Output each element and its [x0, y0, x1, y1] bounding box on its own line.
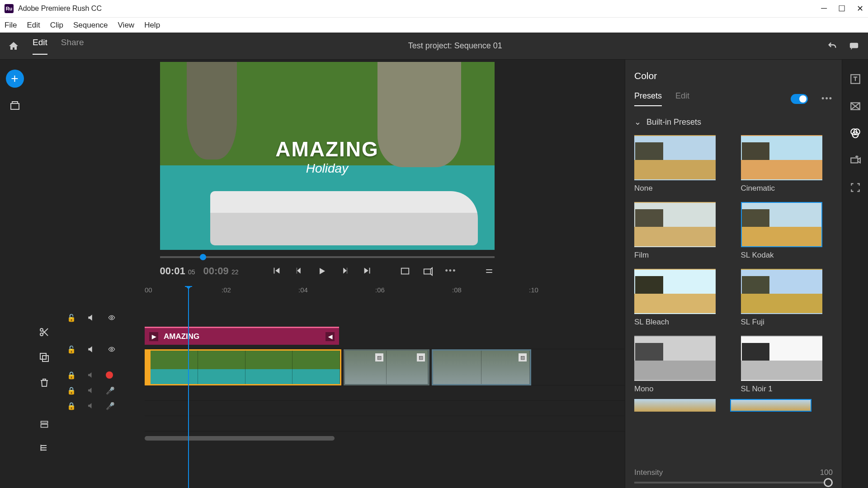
- window-minimize-button[interactable]: ─: [821, 4, 827, 14]
- mute-icon[interactable]: [87, 345, 96, 354]
- timeline-options-icon[interactable]: [484, 267, 495, 275]
- step-back-button[interactable]: [294, 266, 304, 277]
- mic-icon[interactable]: 🎤: [106, 386, 115, 395]
- preset-mono[interactable]: Mono: [634, 336, 726, 394]
- track-v1[interactable]: ▨▨ ▨: [145, 349, 625, 385]
- track-a3[interactable]: [145, 416, 625, 432]
- timeline-tracks[interactable]: 00 :02 :04 :06 :08 :10 ▶ AMAZING ◀: [145, 286, 625, 488]
- time-ruler[interactable]: 00 :02 :04 :06 :08 :10: [145, 286, 625, 304]
- track-header-v2: 🔓: [59, 304, 145, 331]
- track-controls-icon[interactable]: [39, 443, 50, 452]
- undo-icon[interactable]: [826, 41, 838, 51]
- go-to-start-button[interactable]: [271, 266, 281, 277]
- preset-label: SL Bleach: [634, 318, 726, 327]
- app-title: Adobe Premiere Rush CC: [18, 5, 102, 13]
- svg-rect-14: [41, 424, 47, 427]
- window-maximize-button[interactable]: ☐: [838, 4, 845, 14]
- preset-none[interactable]: None: [634, 135, 726, 193]
- comment-icon[interactable]: [848, 41, 860, 51]
- lock-icon[interactable]: 🔓: [67, 314, 76, 322]
- go-to-end-button[interactable]: [363, 266, 373, 277]
- duplicate-icon[interactable]: [39, 352, 50, 363]
- chevron-down-icon: ⌄: [634, 117, 641, 127]
- track-a1[interactable]: [145, 385, 625, 401]
- preset-sl-bleach[interactable]: SL Bleach: [634, 269, 726, 327]
- play-button[interactable]: [316, 266, 327, 277]
- ruler-tick: :10: [529, 286, 538, 294]
- tab-presets[interactable]: Presets: [634, 91, 662, 106]
- video-clip-3[interactable]: ▨: [432, 349, 531, 385]
- playhead[interactable]: [188, 286, 189, 488]
- color-panel: Color Presets Edit ••• ⌄ Built-in Preset…: [625, 60, 842, 488]
- track-v2[interactable]: ▶ AMAZING ◀: [145, 322, 625, 349]
- tab-edit[interactable]: Edit: [33, 38, 47, 55]
- transitions-tool-icon[interactable]: [849, 100, 861, 112]
- intensity-value: 100: [820, 468, 833, 477]
- panel-options-icon[interactable]: •••: [821, 94, 833, 103]
- track-a2[interactable]: [145, 401, 625, 416]
- menu-clip[interactable]: Clip: [50, 21, 63, 30]
- step-forward-button[interactable]: [340, 266, 350, 277]
- preset-label: Film: [634, 251, 726, 260]
- fullscreen-icon[interactable]: [400, 266, 410, 276]
- monitor-seekbar[interactable]: [160, 256, 495, 258]
- menu-view[interactable]: View: [118, 21, 135, 30]
- section-builtin-presets[interactable]: ⌄ Built-in Presets: [634, 117, 833, 127]
- project-panel-icon[interactable]: [9, 100, 20, 111]
- color-tool-icon[interactable]: [849, 127, 861, 139]
- lock-icon[interactable]: 🔒: [67, 402, 76, 410]
- preset-label: None: [634, 184, 726, 193]
- svg-rect-4: [424, 269, 430, 274]
- tab-color-edit[interactable]: Edit: [675, 91, 689, 106]
- video-clip-2[interactable]: ▨▨: [344, 349, 429, 385]
- preset-cinematic[interactable]: Cinematic: [741, 135, 833, 193]
- title-clip[interactable]: ▶ AMAZING ◀: [145, 327, 339, 345]
- menu-sequence[interactable]: Sequence: [73, 21, 108, 30]
- clip-start-handle[interactable]: ▶: [149, 332, 158, 341]
- color-enabled-toggle[interactable]: [791, 94, 808, 104]
- mute-icon[interactable]: [87, 386, 95, 394]
- preset-partial-2[interactable]: [730, 399, 811, 412]
- center-area: AMAZING Holiday 00:01 05 00:09 22: [29, 60, 625, 488]
- intensity-slider[interactable]: [634, 482, 833, 483]
- record-icon[interactable]: [106, 371, 113, 379]
- expand-tracks-icon[interactable]: [39, 420, 50, 429]
- mute-icon[interactable]: [87, 371, 95, 379]
- svg-point-8: [40, 333, 43, 336]
- lock-icon[interactable]: 🔒: [67, 371, 76, 380]
- timeline-scrollbar[interactable]: [145, 436, 625, 442]
- mute-icon[interactable]: [87, 402, 95, 410]
- preset-film[interactable]: Film: [634, 202, 726, 260]
- overlay-title: AMAZING: [160, 137, 495, 161]
- speed-tool-icon[interactable]: [849, 155, 861, 166]
- project-title: Test project: Sequence 01: [408, 41, 502, 51]
- preset-sl-kodak[interactable]: SL Kodak: [741, 202, 833, 260]
- program-monitor[interactable]: AMAZING Holiday: [160, 62, 495, 250]
- add-media-button[interactable]: +: [6, 70, 24, 88]
- video-clip-1[interactable]: [149, 349, 341, 385]
- fx-badge-icon: ▨: [375, 353, 383, 361]
- home-icon[interactable]: [8, 41, 19, 52]
- lock-icon[interactable]: 🔒: [67, 386, 76, 395]
- window-close-button[interactable]: ✕: [857, 4, 863, 14]
- clip-end-handle[interactable]: ◀: [326, 332, 335, 341]
- menu-help[interactable]: Help: [144, 21, 160, 30]
- mic-icon[interactable]: 🎤: [106, 402, 115, 410]
- preset-partial-1[interactable]: [634, 399, 716, 412]
- visibility-icon[interactable]: [107, 346, 117, 353]
- transform-tool-icon[interactable]: [849, 182, 861, 193]
- more-options-icon[interactable]: •••: [445, 266, 457, 276]
- visibility-icon[interactable]: [107, 314, 117, 321]
- delete-icon[interactable]: [39, 377, 50, 388]
- mute-icon[interactable]: [87, 313, 96, 322]
- loop-icon[interactable]: [423, 266, 433, 276]
- menu-edit[interactable]: Edit: [27, 21, 40, 30]
- preset-sl-noir-1[interactable]: SL Noir 1: [741, 336, 833, 394]
- split-clip-icon[interactable]: [39, 327, 50, 338]
- menu-file[interactable]: File: [5, 21, 17, 30]
- lock-icon[interactable]: 🔓: [67, 345, 76, 354]
- titles-tool-icon[interactable]: [849, 73, 861, 85]
- tab-share[interactable]: Share: [61, 38, 84, 55]
- preset-sl-fuji[interactable]: SL Fuji: [741, 269, 833, 327]
- right-tool-rail: [842, 60, 868, 488]
